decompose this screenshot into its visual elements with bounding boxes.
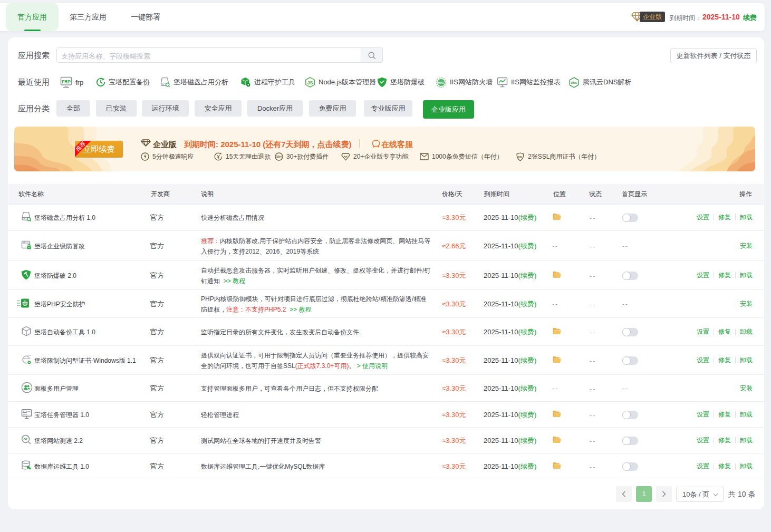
svg-text:30+: 30+	[276, 155, 282, 159]
svg-text:SSL: SSL	[517, 155, 523, 158]
svg-text:WAF: WAF	[438, 81, 445, 84]
svg-text:DNS: DNS	[571, 81, 577, 84]
svg-text:JS: JS	[307, 80, 313, 85]
svg-text:FRP: FRP	[62, 79, 71, 84]
